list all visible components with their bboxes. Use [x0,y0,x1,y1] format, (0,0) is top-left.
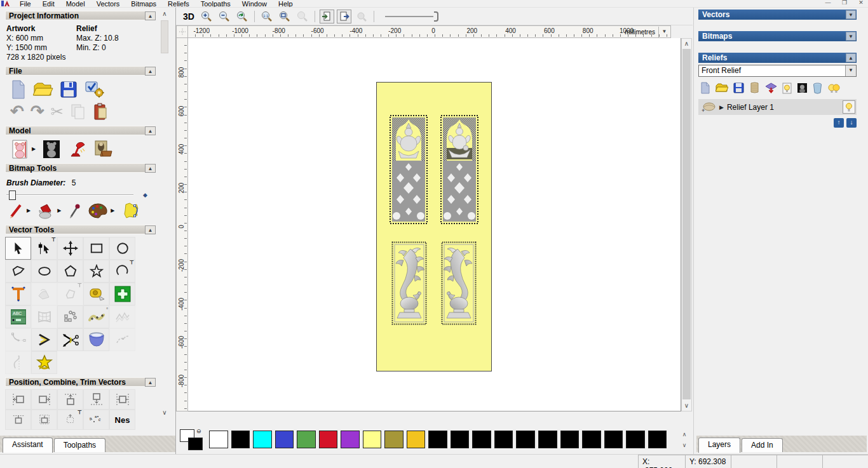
restore-icon[interactable]: ❐ [839,0,850,6]
menu-model[interactable]: Model [60,0,91,7]
toggle-all-visibility-icon[interactable] [827,83,841,94]
ruler-origin-icon[interactable] [176,25,188,38]
zoom-out-icon[interactable] [217,10,232,23]
zoom-object-icon[interactable] [295,10,310,23]
tab-add-in[interactable]: Add In [742,438,783,452]
color-swatch[interactable] [560,431,580,448]
expand-down-icon[interactable]: ▼ [846,32,856,41]
view-3d-button[interactable]: 3D [181,11,196,22]
save-relief-icon[interactable] [733,83,744,93]
copy-icon[interactable] [70,103,86,121]
3d-clipart-button[interactable] [83,328,109,351]
colour-palette-icon[interactable] [88,203,108,219]
wrap-text-button[interactable] [31,283,57,305]
bitmap-to-vector-icon[interactable] [121,202,140,220]
move-layer-up-button[interactable]: ↑ [834,118,844,128]
create-ellipse-button[interactable] [31,260,57,283]
move-layer-down-button[interactable]: ↓ [846,118,857,128]
color-swatch[interactable] [341,431,360,448]
scrollbar-thumb[interactable] [682,49,691,399]
envelope-distort-button[interactable] [31,305,57,328]
nesting-button[interactable]: Nes [109,410,135,430]
centre-in-page-button[interactable] [109,389,135,410]
scroll-down-icon[interactable]: ∨ [159,408,170,418]
model-section-header[interactable]: Model ▲ [5,126,155,135]
close-profile-button[interactable] [5,351,31,374]
color-swatch[interactable] [297,431,316,448]
toggle-vector-view-button[interactable] [337,10,351,23]
color-swatch[interactable] [582,431,601,448]
vector-doctor-button[interactable] [31,351,57,374]
zoom-in-icon[interactable] [199,10,214,23]
collapse-up-icon[interactable]: ▲ [145,11,156,20]
assistant-scrollbar[interactable]: ∧ ∨ [159,9,170,436]
paste-special-button[interactable] [109,283,135,305]
paste-in-position-button[interactable]: ⊤ [57,410,83,430]
scroll-up-icon[interactable]: ∧ [159,9,170,19]
block-copy-button[interactable] [57,305,83,328]
flyout-icon[interactable]: ▶ [111,208,114,213]
join-curves-button[interactable] [109,328,135,351]
palette-scroll[interactable]: ∧ ∨ [679,429,689,452]
create-text-button[interactable] [5,283,31,305]
paste-icon[interactable] [93,103,108,121]
cut-icon[interactable]: ✂ [51,103,64,121]
canvas-vertical-scrollbar[interactable]: ∧ ∨ [681,38,692,411]
color-swatch[interactable] [319,431,338,448]
color-swatch[interactable] [428,431,447,448]
scroll-down-icon[interactable]: ∨ [682,401,691,411]
color-swatch[interactable] [231,431,250,448]
create-star-button[interactable] [83,260,109,283]
create-circle-button[interactable] [109,237,135,260]
fillet-tool-button[interactable] [5,328,31,351]
flyout-icon[interactable]: ▶ [32,146,36,152]
centre-horizontally-button[interactable] [5,410,31,430]
load-relief-clipart-icon[interactable] [749,82,760,94]
relief-visibility-icon[interactable] [782,83,792,94]
tab-assistant[interactable]: Assistant [3,438,53,453]
delete-relief-layer-icon[interactable] [813,83,822,94]
menu-reliefs[interactable]: Reliefs [162,0,195,7]
menu-edit[interactable]: Edit [37,0,60,7]
create-text-block-button[interactable]: ABC [5,305,31,328]
zoom-fit-icon[interactable] [277,10,292,23]
collapse-up-icon[interactable]: ▲ [145,225,156,234]
layer-visibility-toggle[interactable] [843,100,855,114]
new-relief-layer-icon[interactable] [700,82,710,94]
menu-vectors[interactable]: Vectors [91,0,126,7]
texture-relief-icon[interactable] [93,140,113,159]
scroll-down-icon[interactable]: ∨ [679,440,689,451]
menu-help[interactable]: Help [273,0,299,7]
relief-layer-row[interactable]: + ▶ Relief Layer 1 [698,99,857,115]
create-arc-button[interactable]: ⊤ [109,260,135,283]
vector-texture-button[interactable] [109,305,135,328]
color-swatch[interactable] [472,431,491,448]
measure-tool-button[interactable] [83,283,109,305]
menu-window[interactable]: Window [236,0,273,7]
flood-fill-icon[interactable] [37,203,55,219]
fade-relief-slider[interactable] [385,10,438,23]
vector-tools-header[interactable]: Vector Tools ▲ [5,225,155,234]
secondary-colour-swatch[interactable] [188,438,203,450]
reliefs-panel-header[interactable]: Reliefs ▲ [698,53,857,63]
model-properties-icon[interactable] [84,80,104,99]
align-right-button[interactable] [31,389,57,410]
bitmaps-panel-header[interactable]: Bitmaps ▼ [698,31,857,41]
open-relief-icon[interactable] [715,83,728,93]
collapse-up-icon[interactable]: ▲ [846,53,856,62]
color-swatch[interactable] [253,431,272,448]
flyout-icon[interactable]: ▶ [57,208,61,213]
slider-handle[interactable] [9,191,16,200]
primary-secondary-colour-indicator[interactable]: ⊖ [180,429,205,452]
invert-model-icon[interactable] [42,139,61,159]
tab-layers[interactable]: Layers [698,438,740,453]
align-left-button[interactable] [5,389,31,410]
menu-file[interactable]: File [14,0,37,7]
color-swatch[interactable] [516,431,535,448]
zoom-1to1-icon[interactable]: 1:1 [259,10,275,23]
brush-diameter-slider[interactable]: ◆ [6,192,133,198]
color-swatch[interactable] [209,431,228,448]
merge-relief-icon[interactable] [765,83,777,94]
toggle-bitmap-view-button[interactable] [320,10,334,23]
close-icon[interactable]: ✕ [855,0,867,6]
